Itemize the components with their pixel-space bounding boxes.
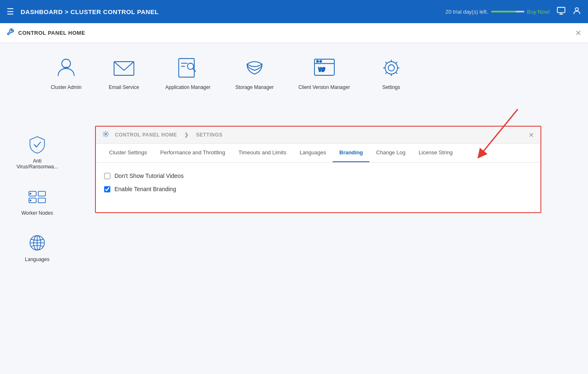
settings-gear-icon	[102, 131, 109, 139]
client-version-manager-icon-item[interactable]: V# Client Version Manager	[298, 55, 350, 90]
buy-now-link[interactable]: Buy Now!	[527, 9, 550, 15]
trial-bar-area: Buy Now!	[491, 9, 550, 15]
tab-branding[interactable]: Branding	[333, 144, 369, 162]
sidebar-icons: Anti Virus/Ransomwa... Worker Nodes	[17, 134, 58, 262]
trial-info: 20 trial day(s) left. Buy Now!	[445, 9, 550, 15]
svg-point-18	[385, 62, 398, 74]
email-service-icon-item[interactable]: Email Service	[107, 55, 140, 90]
enable-tenant-branding-checkbox[interactable]	[104, 186, 110, 192]
enable-tenant-branding-row: Enable Tenant Branding	[104, 186, 532, 192]
svg-rect-0	[557, 7, 565, 12]
tab-license-string[interactable]: License String	[412, 144, 459, 162]
wrench-icon	[7, 28, 14, 38]
tab-change-log[interactable]: Change Log	[369, 144, 412, 162]
antivirus-label: Anti Virus/Ransomwa...	[17, 158, 58, 170]
trial-text: 20 trial day(s) left.	[445, 9, 488, 15]
svg-point-23	[30, 193, 31, 194]
svg-rect-7	[179, 59, 194, 77]
application-manager-label: Application Manager	[165, 84, 210, 90]
languages-label: Languages	[25, 257, 49, 262]
settings-breadcrumb: CONTROL PANEL HOME ❯ SETTINGS	[112, 132, 525, 138]
navbar-title: DASHBOARD > CLUSTER CONTROL PANEL	[21, 8, 439, 15]
cp-header-title: CONTROL PANEL HOME	[18, 30, 571, 36]
languages-sidebar-item[interactable]: Languages	[17, 233, 58, 262]
client-version-manager-label: Client Version Manager	[298, 84, 350, 90]
branding-panel-content: Don't Show Tutorial Videos Enable Tenant…	[96, 163, 540, 212]
svg-rect-6	[114, 62, 134, 75]
svg-point-17	[388, 65, 394, 71]
settings-tabs: Cluster Settings Performance and Throttl…	[96, 144, 540, 163]
svg-point-14	[317, 60, 319, 62]
cp-header-close-button[interactable]: ✕	[575, 29, 581, 38]
main-area: Cluster Admin Email Service Application …	[0, 43, 588, 374]
application-manager-icon-item[interactable]: Application Manager	[165, 55, 210, 90]
worker-nodes-sidebar-item[interactable]: Worker Nodes	[17, 186, 58, 216]
user-icon-button[interactable]	[572, 6, 581, 17]
cloud-icon-button[interactable]	[557, 6, 566, 17]
svg-point-15	[319, 60, 321, 62]
svg-point-29	[105, 133, 107, 135]
email-service-label: Email Service	[109, 84, 139, 90]
dont-show-tutorial-row: Don't Show Tutorial Videos	[104, 173, 532, 179]
settings-panel-close-button[interactable]: ✕	[528, 131, 534, 139]
storage-manager-label: Storage Manager	[235, 84, 274, 90]
navbar-icons	[557, 6, 581, 17]
tab-performance-throttling[interactable]: Performance and Throttling	[154, 144, 232, 162]
svg-point-4	[62, 59, 71, 68]
settings-panel: CONTROL PANEL HOME ❯ SETTINGS ✕ Cluster …	[95, 126, 541, 213]
settings-icon-item[interactable]: Settings	[375, 55, 408, 90]
svg-text:V#: V#	[318, 66, 325, 73]
cluster-admin-icon-item[interactable]: Cluster Admin	[50, 55, 83, 90]
control-panel-header: CONTROL PANEL HOME ✕	[0, 23, 588, 43]
tab-languages[interactable]: Languages	[293, 144, 333, 162]
settings-label: Settings	[382, 84, 400, 90]
storage-manager-icon-item[interactable]: Storage Manager	[235, 55, 274, 90]
svg-point-3	[575, 7, 578, 10]
tab-timeouts-limits[interactable]: Timeouts and Limits	[232, 144, 293, 162]
settings-panel-header: CONTROL PANEL HOME ❯ SETTINGS ✕	[96, 127, 540, 144]
dont-show-tutorial-label[interactable]: Don't Show Tutorial Videos	[114, 173, 183, 179]
svg-point-24	[30, 200, 31, 201]
icon-grid: Cluster Admin Email Service Application …	[50, 55, 571, 90]
worker-nodes-label: Worker Nodes	[21, 210, 53, 216]
dont-show-tutorial-checkbox[interactable]	[104, 173, 110, 179]
hamburger-icon[interactable]: ☰	[7, 7, 14, 17]
svg-rect-20	[38, 192, 46, 196]
tab-cluster-settings[interactable]: Cluster Settings	[102, 144, 154, 162]
antivirus-sidebar-item[interactable]: Anti Virus/Ransomwa...	[17, 134, 58, 170]
svg-rect-22	[38, 198, 46, 203]
navbar: ☰ DASHBOARD > CLUSTER CONTROL PANEL 20 t…	[0, 0, 588, 23]
enable-tenant-branding-label[interactable]: Enable Tenant Branding	[114, 186, 176, 192]
cluster-admin-label: Cluster Admin	[51, 84, 82, 90]
